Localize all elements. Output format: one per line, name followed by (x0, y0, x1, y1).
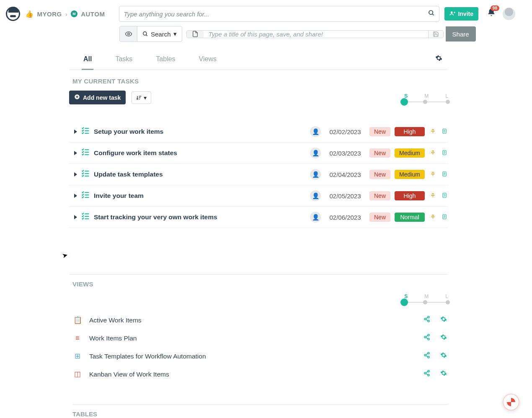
task-priority-pill[interactable]: High (395, 127, 425, 136)
view-row[interactable]: ⊞Task Templates for Workflow Automation (69, 347, 448, 365)
share-icon[interactable] (422, 334, 431, 343)
share-icon[interactable] (422, 370, 431, 379)
task-row[interactable]: Configure work item states👤02/03/2023New… (69, 143, 448, 164)
app-logo[interactable] (6, 7, 20, 21)
user-avatar[interactable] (503, 8, 515, 20)
size-slider-views[interactable]: S M L (402, 293, 448, 303)
caret-down-icon: ▾ (144, 94, 147, 101)
task-title[interactable]: Configure work item states (94, 149, 306, 157)
pin-icon[interactable] (429, 128, 436, 135)
page-save-button[interactable] (428, 31, 443, 38)
view-title[interactable]: Kanban View of Work Items (89, 371, 415, 378)
page-title-input[interactable] (204, 31, 428, 38)
gear-icon[interactable] (439, 370, 448, 379)
view-row[interactable]: ◫Kanban View of Work Items (69, 365, 448, 383)
size-dot-m[interactable] (423, 100, 427, 104)
svg-point-62 (428, 356, 429, 358)
doc-icon[interactable] (441, 192, 448, 200)
size-dot-l[interactable] (446, 100, 450, 104)
plus-circle-icon (74, 94, 80, 101)
task-priority-pill[interactable]: Medium (395, 148, 425, 158)
gear-icon[interactable] (439, 316, 448, 325)
task-title[interactable]: Update task templates (94, 171, 306, 178)
task-priority-pill[interactable]: Normal (395, 213, 425, 222)
global-search-input[interactable] (124, 10, 428, 18)
help-bubble-button[interactable] (503, 394, 519, 410)
task-row[interactable]: Setup your work items👤02/02/2023NewHigh (69, 121, 448, 143)
assignee-avatar[interactable]: 👤 (310, 169, 321, 180)
tab-all[interactable]: All (82, 51, 93, 70)
expand-caret-icon[interactable] (74, 172, 77, 177)
share-button[interactable]: Share (446, 26, 476, 42)
task-row[interactable]: Invite your team👤02/05/2023NewHigh (69, 185, 448, 207)
svg-point-0 (429, 10, 433, 14)
tabs-settings-button[interactable] (435, 55, 442, 64)
task-date: 02/06/2023 (325, 214, 365, 221)
search-icon[interactable] (428, 10, 435, 18)
breadcrumb-project[interactable]: AUTOM (81, 10, 105, 18)
task-row[interactable]: Start tracking your very own work items👤… (69, 207, 448, 228)
task-title[interactable]: Setup your work items (94, 128, 306, 135)
pin-icon[interactable] (429, 192, 436, 200)
view-row[interactable]: 📋Active Work Items (69, 311, 448, 329)
tab-views[interactable]: Views (197, 51, 218, 70)
notifications-button[interactable]: 98 (487, 8, 496, 20)
svg-line-54 (426, 319, 428, 321)
pin-icon[interactable] (429, 171, 436, 178)
expand-caret-icon[interactable] (74, 130, 77, 134)
expand-caret-icon[interactable] (74, 215, 77, 219)
doc-icon[interactable] (441, 171, 448, 178)
task-priority-pill[interactable]: High (395, 191, 425, 200)
assignee-avatar[interactable]: 👤 (310, 190, 321, 201)
thumbs-up-icon: 👍 (25, 10, 34, 18)
gear-icon[interactable] (439, 334, 448, 343)
size-dot-m[interactable] (423, 300, 427, 304)
svg-point-50 (428, 316, 429, 318)
task-state-pill[interactable]: New (369, 213, 390, 222)
task-state-pill[interactable]: New (369, 170, 390, 179)
expand-caret-icon[interactable] (74, 194, 77, 198)
size-dot-s[interactable] (400, 299, 408, 306)
gear-icon[interactable] (439, 352, 448, 361)
task-priority-pill[interactable]: Medium (395, 170, 425, 179)
svg-point-66 (424, 372, 426, 374)
task-title[interactable]: Invite your team (94, 192, 306, 200)
assignee-avatar[interactable]: 👤 (310, 148, 321, 158)
share-icon[interactable] (422, 352, 431, 361)
visibility-toggle-button[interactable] (120, 26, 137, 42)
task-row[interactable]: Update task templates👤02/04/2023NewMediu… (69, 164, 448, 185)
doc-icon[interactable] (441, 128, 448, 135)
task-state-pill[interactable]: New (369, 148, 390, 158)
chevron-right-icon: › (65, 10, 68, 18)
size-dot-l[interactable] (446, 300, 450, 304)
task-state-pill[interactable]: New (369, 127, 390, 136)
doc-icon[interactable] (441, 214, 448, 221)
tab-tasks[interactable]: Tasks (114, 51, 134, 70)
svg-point-60 (428, 352, 429, 354)
size-dot-s[interactable] (400, 98, 408, 106)
view-row[interactable]: ≡Work Items Plan (69, 329, 448, 347)
tab-tables[interactable]: Tables (154, 51, 177, 70)
share-icon[interactable] (422, 316, 431, 325)
assignee-avatar[interactable]: 👤 (310, 126, 321, 137)
view-title[interactable]: Active Work Items (89, 317, 415, 324)
caret-down-icon: ▾ (173, 30, 177, 38)
task-date: 02/05/2023 (325, 192, 365, 200)
add-task-button[interactable]: Add new task (69, 91, 126, 104)
page-search-button[interactable]: Search ▾ (137, 26, 182, 42)
global-search[interactable] (119, 6, 439, 22)
size-slider-tasks[interactable]: S M L (402, 93, 448, 102)
view-title[interactable]: Task Templates for Workflow Automation (89, 353, 415, 360)
task-title[interactable]: Start tracking your very own work items (94, 213, 306, 221)
invite-button[interactable]: Invite (444, 7, 478, 21)
view-type-icon: ◫ (73, 370, 82, 379)
expand-caret-icon[interactable] (74, 151, 77, 155)
task-state-pill[interactable]: New (369, 191, 390, 200)
view-title[interactable]: Work Items Plan (89, 335, 415, 342)
assignee-avatar[interactable]: 👤 (310, 212, 321, 223)
sort-button[interactable]: ▾ (132, 91, 151, 104)
doc-icon[interactable] (441, 150, 448, 157)
pin-icon[interactable] (429, 214, 436, 221)
breadcrumb-org[interactable]: MYORG (37, 10, 62, 18)
pin-icon[interactable] (429, 150, 436, 157)
